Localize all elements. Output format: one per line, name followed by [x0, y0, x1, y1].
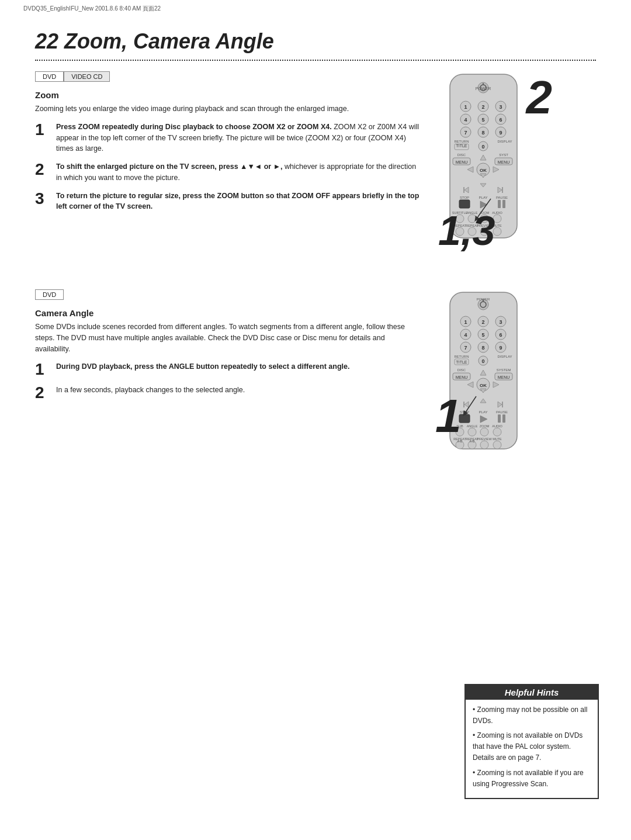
svg-text:TITLE: TITLE	[456, 360, 467, 364]
svg-text:2: 2	[481, 319, 484, 325]
angle-step2-number: 2	[35, 385, 56, 401]
svg-text:1: 1	[464, 104, 467, 110]
svg-point-128	[480, 428, 488, 436]
svg-text:POWER: POWER	[476, 87, 491, 91]
remote2-svg: POWER 1 2 3 4 5 6	[432, 289, 535, 471]
svg-text:MENU: MENU	[456, 160, 468, 164]
svg-text:3: 3	[499, 319, 502, 325]
section1-right: POWER 1 2 3 4 5 6	[432, 71, 596, 272]
step1-text: Press ZOOM repeatedly during Disc playba…	[56, 122, 421, 154]
svg-text:7: 7	[464, 130, 467, 136]
svg-text:MENU: MENU	[498, 160, 510, 164]
section2-layout: DVD Camera Angle Some DVDs include scene…	[35, 289, 596, 472]
svg-text:3: 3	[499, 104, 502, 110]
section2-step-overlay: 1	[435, 389, 462, 443]
angle-mode-badges: DVD	[35, 289, 421, 300]
svg-text:SYSTEM: SYSTEM	[497, 368, 511, 372]
helpful-hints-list: Zooming may not be possible on all DVDs.…	[473, 704, 591, 790]
svg-text:6: 6	[499, 117, 502, 123]
svg-text:PREVIEW: PREVIEW	[477, 437, 492, 441]
section1-layout: DVD VIDEO CD Zoom Zooming lets you enlar…	[35, 71, 596, 272]
zoom-step-3: 3 To return the picture to regular size,…	[35, 191, 421, 213]
helpful-hints-body: Zooming may not be possible on all DVDs.…	[466, 700, 598, 798]
header-bar: DVDQ35_EnglishIFU_New 2001.8.6 8:40 AM 頁…	[23, 5, 161, 13]
helpful-hints-title: Helpful Hints	[466, 685, 598, 700]
page-title: 22 Zoom, Camera Angle	[35, 29, 596, 54]
svg-text:8: 8	[481, 345, 484, 351]
svg-rect-121	[498, 414, 501, 423]
step3-text: To return the picture to regular size, p…	[56, 191, 421, 213]
svg-text:DISPLAY: DISPLAY	[498, 140, 512, 143]
step2-number: 2	[35, 161, 56, 178]
step13-overlay: 1,3	[438, 208, 495, 254]
svg-point-126	[468, 428, 476, 436]
svg-text:AUDIO: AUDIO	[492, 424, 502, 428]
svg-point-140	[493, 441, 501, 449]
section1-step-overlay: 2	[526, 74, 553, 121]
remote2-container: POWER 1 2 3 4 5 6	[432, 289, 535, 472]
svg-text:9: 9	[499, 345, 502, 351]
angle-arrow	[459, 393, 494, 417]
svg-text:RETURN: RETURN	[455, 140, 469, 143]
svg-text:4: 4	[464, 117, 467, 123]
step1-number: 1	[35, 122, 56, 138]
angle-step-2: 2 In a few seconds, playback changes to …	[35, 385, 421, 401]
angle-step-1: 1 During DVD playback, press the ANGLE b…	[35, 361, 421, 378]
svg-text:6: 6	[499, 332, 502, 338]
zoom-step-1: 1 Press ZOOM repeatedly during Disc play…	[35, 122, 421, 154]
angle-intro: Some DVDs include scenes recorded from d…	[35, 322, 421, 354]
svg-point-138	[480, 441, 488, 449]
section2-right: POWER 1 2 3 4 5 6	[432, 289, 596, 472]
section-spacer	[35, 272, 596, 289]
svg-text:9: 9	[499, 130, 502, 136]
svg-text:7: 7	[464, 345, 467, 351]
svg-text:8: 8	[481, 130, 484, 136]
angle-step1-number: 1	[35, 361, 56, 378]
section2-left: DVD Camera Angle Some DVDs include scene…	[35, 289, 432, 472]
dvd-badge: DVD	[35, 71, 64, 82]
svg-text:RETURN: RETURN	[455, 355, 469, 358]
svg-text:5: 5	[481, 117, 484, 123]
svg-text:DISC: DISC	[457, 368, 466, 372]
svg-text:1: 1	[464, 319, 467, 325]
section1-left: DVD VIDEO CD Zoom Zooming lets you enlar…	[35, 71, 432, 272]
helpful-hints-box: Helpful Hints Zooming may not be possibl…	[464, 684, 599, 799]
svg-text:ZOOM: ZOOM	[480, 424, 490, 428]
svg-text:SYST: SYST	[499, 153, 508, 157]
svg-text:MUTE: MUTE	[493, 437, 502, 441]
title-divider	[35, 60, 596, 61]
svg-text:PAUSE: PAUSE	[496, 410, 508, 414]
zoom-intro: Zooming lets you enlarge the video image…	[35, 103, 421, 115]
remote1-container: POWER 1 2 3 4 5 6	[432, 71, 535, 272]
svg-text:0: 0	[481, 144, 484, 150]
svg-text:MENU: MENU	[456, 375, 468, 379]
hint-item-1: Zooming may not be possible on all DVDs.	[473, 704, 591, 727]
hint-item-2: Zooming is not available on DVDs that ha…	[473, 730, 591, 764]
step3-number: 3	[35, 191, 56, 207]
svg-text:DISC: DISC	[457, 153, 466, 157]
svg-text:0: 0	[481, 358, 484, 364]
zoom-heading: Zoom	[35, 90, 421, 100]
header-text: DVDQ35_EnglishIFU_New 2001.8.6 8:40 AM 頁…	[23, 5, 161, 12]
svg-text:A-B: A-B	[470, 440, 475, 443]
svg-text:2: 2	[481, 104, 484, 110]
videocd-badge: VIDEO CD	[64, 71, 110, 82]
zoom-step-2: 2 To shift the enlarged picture on the T…	[35, 161, 421, 184]
svg-point-130	[493, 428, 501, 436]
step2-text: To shift the enlarged picture on the TV …	[56, 161, 421, 184]
svg-text:TITLE: TITLE	[456, 144, 467, 148]
zoom-mode-badges: DVD VIDEO CD	[35, 71, 421, 82]
angle-step2-text: In a few seconds, playback changes to th…	[56, 385, 245, 396]
svg-text:OK: OK	[480, 383, 487, 388]
svg-text:OK: OK	[480, 168, 487, 173]
hint-item-3: Zooming is not available if you are usin…	[473, 768, 591, 790]
svg-rect-122	[502, 414, 505, 423]
svg-text:MENU: MENU	[498, 375, 510, 379]
svg-text:5: 5	[481, 332, 484, 338]
dvd-badge2: DVD	[35, 289, 64, 300]
svg-text:DISPLAY: DISPLAY	[498, 355, 512, 358]
svg-text:ANGLE: ANGLE	[467, 424, 478, 428]
angle-step1-text: During DVD playback, press the ANGLE but…	[56, 361, 349, 372]
angle-heading: Camera Angle	[35, 308, 421, 318]
svg-text:4: 4	[464, 332, 467, 338]
